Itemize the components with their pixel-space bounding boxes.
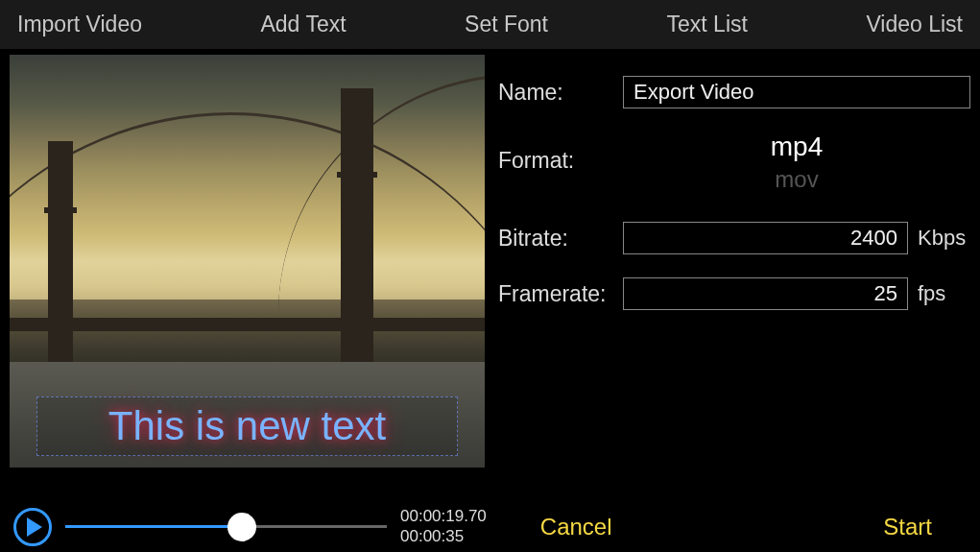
play-icon — [27, 517, 42, 537]
framerate-unit: fps — [918, 281, 970, 306]
timecode-display: 00:00:19.70 00:00:35 — [400, 507, 487, 546]
format-option-alt: mov — [623, 166, 970, 193]
cancel-button[interactable]: Cancel — [525, 514, 628, 540]
top-menubar: Import Video Add Text Set Font Text List… — [0, 0, 980, 49]
format-label: Format: — [498, 148, 623, 174]
format-picker[interactable]: mp4 mov — [623, 132, 970, 189]
playback-bar: 00:00:19.70 00:00:35 Cancel Start — [0, 500, 980, 552]
framerate-input[interactable] — [623, 277, 908, 310]
menu-add-text[interactable]: Add Text — [260, 12, 346, 37]
play-button[interactable] — [13, 508, 52, 546]
menu-set-font[interactable]: Set Font — [465, 12, 548, 37]
start-button[interactable]: Start — [868, 514, 947, 540]
current-time: 00:00:19.70 — [400, 507, 487, 526]
menu-text-list[interactable]: Text List — [667, 12, 748, 37]
name-input[interactable] — [623, 76, 970, 108]
bitrate-input[interactable] — [623, 222, 908, 254]
bitrate-unit: Kbps — [918, 226, 970, 251]
slider-thumb[interactable] — [227, 513, 256, 541]
playback-slider[interactable] — [65, 513, 387, 541]
export-panel: Name: Format: mp4 mov Bitrate: Kbps Fram… — [485, 49, 980, 500]
framerate-label: Framerate: — [498, 281, 623, 307]
menu-import-video[interactable]: Import Video — [17, 12, 142, 37]
format-selected: mp4 — [623, 132, 970, 162]
total-time: 00:00:35 — [400, 527, 487, 546]
bitrate-label: Bitrate: — [498, 226, 623, 252]
name-label: Name: — [498, 80, 623, 106]
menu-video-list[interactable]: Video List — [866, 12, 963, 37]
text-overlay[interactable]: This is new text — [36, 396, 458, 456]
video-preview[interactable]: This is new text — [10, 55, 485, 468]
